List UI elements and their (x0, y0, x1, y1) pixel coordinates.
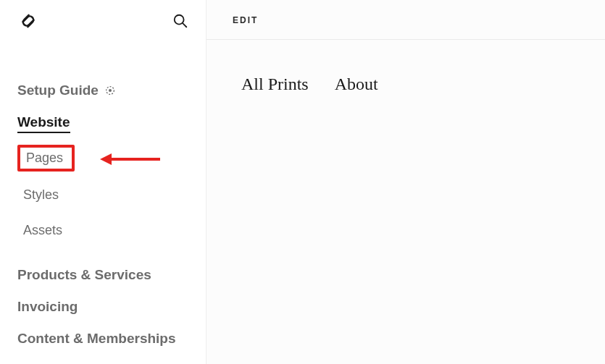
sidebar-item-label: Invoicing (17, 299, 78, 315)
sidebar-item-content-memberships[interactable]: Content & Memberships (17, 331, 188, 347)
svg-line-1 (183, 23, 186, 27)
main-content: EDIT All Prints About (206, 0, 605, 364)
sidebar-subitem-assets[interactable]: Assets (17, 219, 68, 242)
edit-mode-label[interactable]: EDIT (233, 15, 258, 25)
sidebar-item-invoicing[interactable]: Invoicing (17, 299, 188, 315)
site-preview: All Prints About (206, 40, 605, 129)
svg-point-3 (109, 89, 112, 92)
target-progress-icon (104, 85, 116, 96)
squarespace-logo-icon[interactable] (17, 10, 39, 32)
sidebar-subitem-pages[interactable]: Pages (17, 145, 75, 172)
sidebar-item-label: Setup Guide (17, 82, 99, 98)
sidebar-item-website[interactable]: Website (17, 114, 188, 133)
search-icon[interactable] (172, 13, 188, 29)
preview-nav-all-prints[interactable]: All Prints (241, 75, 309, 94)
sidebar-item-setup-guide[interactable]: Setup Guide (17, 82, 188, 98)
sidebar-subitem-styles[interactable]: Styles (17, 183, 64, 207)
sidebar-item-label: Website (17, 114, 70, 133)
sidebar-item-products-services[interactable]: Products & Services (17, 267, 188, 283)
preview-nav-about[interactable]: About (335, 75, 378, 94)
sidebar: Setup Guide Website Pages (0, 0, 206, 364)
sidebar-nav: Setup Guide Website Pages (0, 39, 206, 364)
sidebar-header (0, 0, 206, 39)
sidebar-item-label: Content & Memberships (17, 331, 176, 347)
sidebar-subnav-website: Pages Styles Assets (17, 145, 188, 254)
sidebar-item-label: Products & Services (17, 267, 151, 283)
preview-nav: All Prints About (241, 75, 570, 94)
main-header: EDIT (206, 0, 605, 40)
